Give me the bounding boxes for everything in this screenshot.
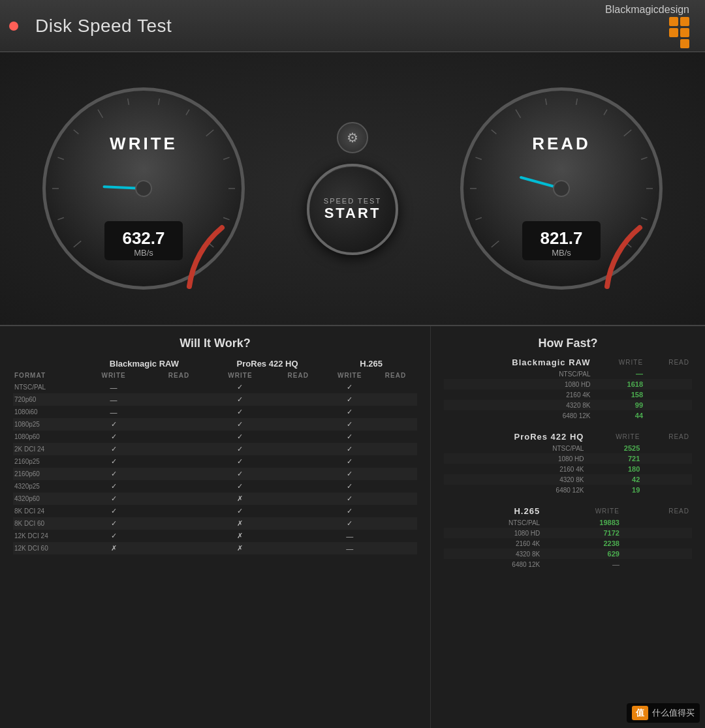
hf-write-val: 721 [586,453,642,464]
start-button-line2: START [324,205,381,222]
wiw-cell [148,530,210,542]
wiw-cell: 1080i60 [13,406,79,418]
write-value-text: 632.7 [122,228,164,248]
hf-row: 6480 12K— [444,559,692,569]
start-button-line1: SPEED TEST [324,197,381,205]
hf-label: 2160 4K [444,389,593,400]
close-button[interactable] [9,22,18,31]
hf-read-val [622,517,692,528]
watermark-text: 什么值得买 [652,707,695,719]
wiw-cell: ✓ [79,443,148,455]
wiw-cell [148,468,210,480]
hf-row: 6480 12K19 [444,485,692,495]
wiw-cell: ✓ [325,418,374,431]
wiw-cell: — [325,542,374,554]
hf-row: 4320 8K99 [444,400,692,410]
wiw-cell [271,542,325,554]
wiw-cell: ✓ [325,455,374,468]
brand-dot-1 [669,17,678,26]
hf-row: 2160 4K2238 [444,538,692,549]
will-it-work-panel: Will It Work? Blackmagic RAW ProRes 422 … [0,326,431,728]
wiw-cell [148,431,210,443]
wiw-cell [374,480,417,493]
hf-header-row: Blackmagic RAWWRITEREAD [444,357,692,369]
hf-row: 6480 12K44 [444,410,692,421]
wiw-cell [271,480,325,493]
wiw-h265-header: H.265 [325,357,417,370]
hf-write-header: WRITE [593,357,646,369]
wiw-cell [374,542,417,554]
wiw-cell: — [79,381,148,393]
hf-write-val: 7172 [542,528,622,538]
hf-read-val [642,464,692,474]
write-gauge: WRITE 632.7 MB/s [39,84,248,293]
wiw-row: 4320p60✓✗✓ [13,493,417,505]
read-unit-text: MB/s [552,248,571,258]
will-it-work-table: Blackmagic RAW ProRes 422 HQ H.265 FORMA… [13,357,417,554]
wiw-cell: 8K DCI 60 [13,517,79,530]
wiw-prores-read-sub: READ [271,370,325,381]
read-gauge: READ 821.7 MB/s [457,84,666,293]
wiw-cell [374,393,417,406]
hf-read-val [642,485,692,495]
brand-dot-3 [669,28,678,37]
hf-row: 1080 HD721 [444,453,692,464]
wiw-cell [148,505,210,517]
hf-write-val: — [593,369,646,379]
watermark: 值 什么值得买 [627,703,700,723]
brand-logo: Blackmagicdesign [605,4,689,48]
wiw-tbody: NTSC/PAL—✓✓720p60—✓✓1080i60—✓✓1080p25✓✓✓… [13,381,417,554]
will-it-work-title: Will It Work? [13,337,417,350]
hf-header-row: H.265WRITEREAD [444,506,692,517]
wiw-cell: ✓ [79,455,148,468]
hf-write-header: WRITE [542,506,622,517]
wiw-cell: ✓ [210,443,271,455]
wiw-cell: — [325,530,374,542]
wiw-cell: ✓ [325,480,374,493]
wiw-cell: ✓ [79,493,148,505]
wiw-prores-write-sub: WRITE [210,370,271,381]
settings-button[interactable]: ⚙ [337,122,368,153]
hf-group: H.265WRITEREADNTSC/PAL198831080 HD717221… [444,506,692,575]
wiw-cell [374,493,417,505]
wiw-cell: ✓ [210,505,271,517]
wiw-cell: ✓ [325,517,374,530]
wiw-cell [271,443,325,455]
wiw-cell: 2160p25 [13,455,79,468]
settings-icon: ⚙ [347,130,358,145]
wiw-sub-header-row: FORMAT WRITE READ WRITE READ WRITE READ [13,370,417,381]
wiw-cell: 8K DCI 24 [13,505,79,517]
wiw-cell: ✓ [325,505,374,517]
hf-write-header: WRITE [586,431,642,443]
hf-write-val: 629 [542,549,622,559]
hf-write-val: 1618 [593,379,646,389]
start-button[interactable]: SPEED TEST START [307,164,398,255]
hf-label: NTSC/PAL [444,443,586,453]
hf-row: NTSC/PAL— [444,369,692,379]
wiw-cell: ✗ [79,542,148,554]
wiw-cell [148,406,210,418]
wiw-cell: ✓ [79,468,148,480]
hf-label: 6480 12K [444,410,593,421]
hf-table: ProRes 422 HQWRITEREADNTSC/PAL25251080 H… [444,431,692,495]
hf-table: H.265WRITEREADNTSC/PAL198831080 HD717221… [444,506,692,569]
hf-read-val [646,379,692,389]
wiw-cell: ✓ [79,431,148,443]
center-controls: ⚙ SPEED TEST START [307,122,398,255]
wiw-cell: 720p60 [13,393,79,406]
wiw-prores-header: ProRes 422 HQ [210,357,326,370]
hf-row: 2160 4K180 [444,464,692,474]
hf-write-val: 19883 [542,517,622,528]
how-fast-title: How Fast? [444,337,692,350]
wiw-cell: ✓ [325,431,374,443]
wiw-cell: ✓ [79,530,148,542]
read-value-text: 821.7 [540,228,582,248]
wiw-row: 8K DCI 60✓✗✓ [13,517,417,530]
wiw-cell: 1080p25 [13,418,79,431]
wiw-row: 2160p25✓✓✓ [13,455,417,468]
hf-label: 6480 12K [444,485,586,495]
hf-read-header: READ [622,506,692,517]
hf-label: NTSC/PAL [444,369,593,379]
write-gauge-svg: WRITE 632.7 MB/s [39,84,248,293]
hf-read-val [642,474,692,485]
